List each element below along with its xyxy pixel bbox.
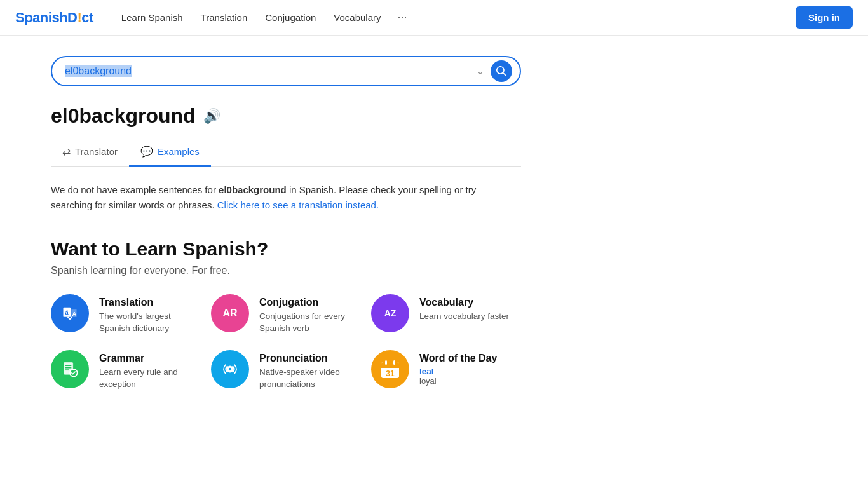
- grammar-svg: [61, 360, 79, 378]
- svg-text:A: A: [72, 311, 77, 317]
- vocabulary-icon-label: AZ: [384, 308, 397, 318]
- features-grid: á A Translation The world's largest Span…: [51, 294, 521, 391]
- sign-in-button[interactable]: Sign in: [796, 6, 853, 29]
- message-prefix: We do not have example sentences for: [51, 184, 219, 195]
- grammar-name: Grammar: [99, 353, 201, 364]
- svg-text:á: á: [65, 309, 69, 316]
- nav-conjugation[interactable]: Conjugation: [257, 7, 323, 28]
- translation-name: Translation: [99, 297, 201, 308]
- tab-examples[interactable]: 💬 Examples: [129, 138, 211, 167]
- calendar-svg: 31: [380, 359, 400, 379]
- word-of-day-name: Word of the Day: [419, 353, 497, 364]
- sound-icon[interactable]: 🔊: [203, 108, 220, 125]
- vocabulary-icon: AZ: [371, 294, 409, 332]
- svg-rect-13: [385, 360, 387, 365]
- logo-spanish: Spanish: [15, 10, 67, 25]
- feature-conjugation[interactable]: AR Conjugation Conjugations for every Sp…: [211, 294, 361, 335]
- word-of-day-link[interactable]: leal: [419, 367, 497, 376]
- conjugation-name: Conjugation: [259, 297, 361, 308]
- dropdown-arrow-icon[interactable]: ⌄: [470, 66, 491, 76]
- word-of-day-meaning: loyal: [419, 376, 497, 386]
- word-of-day-icon: 31: [371, 350, 409, 388]
- grammar-text: Grammar Learn every rule and exception: [99, 350, 201, 391]
- grammar-icon: [51, 350, 89, 388]
- feature-grammar[interactable]: Grammar Learn every rule and exception: [51, 350, 201, 391]
- word-title-area: el0background 🔊: [51, 104, 521, 128]
- conjugation-icon-label: AR: [222, 308, 237, 319]
- vocabulary-text: Vocabulary Learn vocabulary faster: [419, 294, 509, 323]
- nav-more[interactable]: ···: [391, 6, 414, 29]
- nav-learn-spanish[interactable]: Learn Spanish: [114, 7, 191, 28]
- vocabulary-desc: Learn vocabulary faster: [419, 311, 509, 323]
- learn-title: Want to Learn Spanish?: [51, 238, 521, 260]
- no-examples-message: We do not have example sentences for el0…: [51, 182, 508, 213]
- feature-pronunciation[interactable]: Pronunciation Native-speaker video pronu…: [211, 350, 361, 391]
- feature-word-of-day[interactable]: 31 Word of the Day leal loyal: [371, 350, 521, 391]
- word-heading: el0background: [51, 104, 196, 128]
- search-input[interactable]: [65, 65, 470, 77]
- logo[interactable]: SpanishD!ct: [15, 10, 93, 26]
- feature-vocabulary[interactable]: AZ Vocabulary Learn vocabulary faster: [371, 294, 521, 335]
- tab-translator[interactable]: ⇄ Translator: [51, 138, 129, 167]
- main-content: ⌄ el0background 🔊 ⇄ Translator 💬 Example…: [0, 36, 572, 411]
- translator-icon: ⇄: [62, 146, 71, 158]
- search-bar: ⌄: [51, 56, 521, 86]
- learn-subtitle: Spanish learning for everyone. For free.: [51, 265, 521, 276]
- pronunciation-icon: [211, 350, 249, 388]
- tabs: ⇄ Translator 💬 Examples: [51, 138, 521, 167]
- message-word: el0background: [219, 184, 287, 195]
- pronunciation-name: Pronunciation: [259, 353, 361, 364]
- translation-link[interactable]: Click here to see a translation instead.: [217, 200, 379, 210]
- tab-translator-label: Translator: [75, 146, 118, 157]
- tab-examples-label: Examples: [158, 146, 200, 157]
- svg-rect-12: [381, 366, 399, 368]
- conjugation-desc: Conjugations for every Spanish verb: [259, 311, 361, 335]
- svg-point-9: [229, 368, 231, 370]
- conjugation-text: Conjugation Conjugations for every Spani…: [259, 294, 361, 335]
- translation-icon: á A: [51, 294, 89, 332]
- grammar-desc: Learn every rule and exception: [99, 367, 201, 391]
- translation-desc: The world's largest Spanish dictionary: [99, 311, 201, 335]
- nav-translation[interactable]: Translation: [193, 7, 255, 28]
- logo-d: D: [67, 10, 77, 25]
- svg-text:31: 31: [386, 369, 395, 378]
- svg-rect-14: [393, 360, 395, 365]
- examples-icon: 💬: [140, 146, 153, 158]
- conjugation-icon: AR: [211, 294, 249, 332]
- vocabulary-name: Vocabulary: [419, 297, 509, 308]
- pronunciation-text: Pronunciation Native-speaker video pronu…: [259, 350, 361, 391]
- nav-vocabulary[interactable]: Vocabulary: [326, 7, 388, 28]
- pronunciation-desc: Native-speaker video pronunciations: [259, 367, 361, 391]
- translation-svg: á A: [61, 304, 79, 322]
- search-icon: [496, 66, 506, 76]
- nav: Learn Spanish Translation Conjugation Vo…: [114, 6, 796, 29]
- logo-ct: ct: [81, 10, 93, 25]
- feature-translation[interactable]: á A Translation The world's largest Span…: [51, 294, 201, 335]
- search-button[interactable]: [491, 60, 512, 82]
- header-right: Sign in: [796, 6, 853, 29]
- header: SpanishD!ct Learn Spanish Translation Co…: [0, 0, 868, 36]
- pronunciation-svg: [222, 361, 238, 377]
- translation-text: Translation The world's largest Spanish …: [99, 294, 201, 335]
- word-of-day-text: Word of the Day leal loyal: [419, 350, 497, 386]
